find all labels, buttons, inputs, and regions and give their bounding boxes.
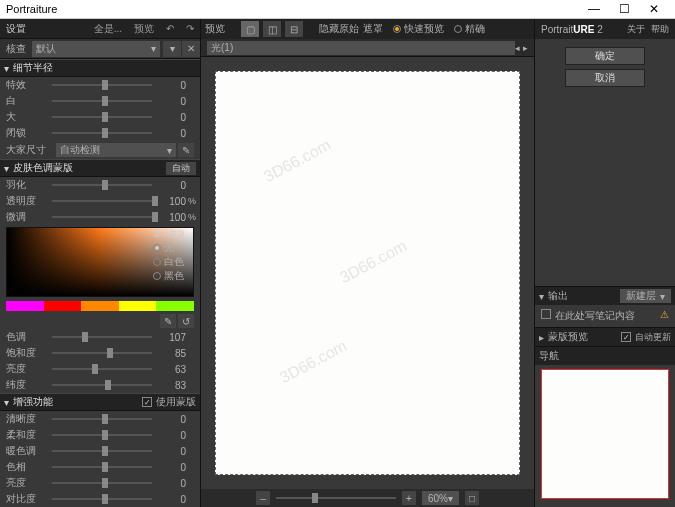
navigator-thumbnail[interactable]: [541, 369, 669, 499]
slider-track[interactable]: [52, 200, 152, 202]
brand-logo: PortraitURE 2: [541, 24, 603, 35]
output-note-row: 在此处写笔记内容 ⚠: [535, 305, 675, 327]
enhance-slider: 对比度0: [0, 491, 200, 507]
skin-slider: 羽化0: [0, 177, 200, 193]
hsl-slider: 饱和度85: [0, 345, 200, 361]
enhance-slider: 柔和度0: [0, 427, 200, 443]
slider-track[interactable]: [52, 450, 152, 452]
settings-panel: 设置 全是... 预览 ↶ ↷ 核查 默认▾ ▾ ✕ ▾ 细节半径 特效0白0大…: [0, 19, 200, 507]
mask-display-radio[interactable]: 无: [153, 241, 191, 255]
chevron-down-icon: ▾: [4, 397, 9, 408]
cancel-button[interactable]: 取消: [565, 69, 645, 87]
slider-track[interactable]: [52, 466, 152, 468]
output-layer-select[interactable]: 新建层▾: [620, 289, 671, 303]
canvas[interactable]: 3D66.com 3D66.com 3D66.com: [201, 57, 534, 489]
zoom-out-icon[interactable]: –: [256, 491, 270, 505]
view-single-icon[interactable]: ▢: [241, 21, 259, 37]
mask-preview-header[interactable]: ▸蒙版预览 自动更新: [535, 328, 675, 346]
hue-bar[interactable]: [6, 301, 194, 311]
about-link[interactable]: 关于: [627, 23, 645, 36]
detail-slider: 特效0: [0, 77, 200, 93]
mask-size-select[interactable]: 自动检测▾: [56, 143, 176, 157]
hsl-slider: 色调107: [0, 329, 200, 345]
chevron-down-icon: ▾: [4, 163, 9, 174]
preview-image: 3D66.com 3D66.com 3D66.com: [215, 71, 520, 475]
zoom-slider[interactable]: [276, 497, 396, 499]
slider-track[interactable]: [52, 336, 152, 338]
layer-path-bar: 光(1) ◂ ▸: [201, 39, 534, 57]
enhance-slider: 色相0: [0, 459, 200, 475]
preview-panel: 预览 ▢ ◫ ⊟ 隐藏原始 遮罩 快速预览 精确 光(1) ◂ ▸ 3D66.c…: [200, 19, 535, 507]
brand-bar: PortraitURE 2 关于 帮助: [535, 19, 675, 39]
slider-track[interactable]: [52, 84, 152, 86]
slider-track[interactable]: [52, 434, 152, 436]
close-button[interactable]: ✕: [639, 2, 669, 16]
skin-section-header[interactable]: ▾ 皮肤色调蒙版 自动: [0, 159, 200, 177]
slider-track[interactable]: [52, 216, 152, 218]
eyedropper-icon[interactable]: ✎: [160, 314, 176, 328]
detail-slider: 大0: [0, 109, 200, 125]
use-mask-checkbox[interactable]: [142, 397, 152, 407]
nav-section-header[interactable]: 导航: [535, 347, 675, 365]
preview-toolbar: 预览 ▢ ◫ ⊟ 隐藏原始 遮罩 快速预览 精确: [201, 19, 534, 39]
detail-slider: 白0: [0, 93, 200, 109]
precise-radio[interactable]: 精确: [454, 22, 485, 36]
preview-button[interactable]: 预览: [128, 22, 160, 36]
zoom-fit-icon[interactable]: □: [465, 491, 479, 505]
hide-original-button[interactable]: 隐藏原始: [319, 22, 359, 36]
reset-all-button[interactable]: 全是...: [88, 22, 128, 36]
help-link[interactable]: 帮助: [651, 23, 669, 36]
fast-preview-radio[interactable]: 快速预览: [393, 22, 444, 36]
detail-section-header[interactable]: ▾ 细节半径: [0, 59, 200, 77]
view-split-v-icon[interactable]: ◫: [263, 21, 281, 37]
preset-delete-icon[interactable]: ✕: [182, 41, 200, 57]
enhance-slider: 暖色调0: [0, 443, 200, 459]
ok-button[interactable]: 确定: [565, 47, 645, 65]
warning-icon: ⚠: [660, 309, 669, 320]
slider-track[interactable]: [52, 384, 152, 386]
slider-track[interactable]: [52, 100, 152, 102]
maximize-button[interactable]: ☐: [609, 2, 639, 16]
preview-title: 预览: [205, 22, 225, 36]
enhance-section-header[interactable]: ▾ 增强功能 使用蒙版: [0, 393, 200, 411]
hsl-slider: 纬度83: [0, 377, 200, 393]
window-title: Portraiture: [6, 3, 579, 15]
view-split-h-icon[interactable]: ⊟: [285, 21, 303, 37]
slider-track[interactable]: [52, 498, 152, 500]
slider-track[interactable]: [52, 352, 152, 354]
mask-size-row: 大家尺寸 自动检测▾ ✎: [0, 141, 200, 159]
mask-display-radio[interactable]: 黑色: [153, 269, 191, 283]
preset-row: 核查 默认▾ ▾ ✕: [0, 39, 200, 59]
zoom-value[interactable]: 60% ▾: [422, 491, 459, 505]
settings-header: 设置 全是... 预览 ↶ ↷: [0, 19, 200, 39]
slider-track[interactable]: [52, 418, 152, 420]
redo-icon[interactable]: ↷: [180, 23, 200, 34]
mask-display-radio[interactable]: 白色: [153, 255, 191, 269]
layer-select[interactable]: 光(1): [207, 41, 515, 55]
zoom-in-icon[interactable]: +: [402, 491, 416, 505]
enhance-slider: 亮度0: [0, 475, 200, 491]
preset-label: 核查: [0, 42, 32, 56]
note-checkbox[interactable]: [541, 309, 551, 319]
slider-track[interactable]: [52, 368, 152, 370]
skin-slider: 透明度100%: [0, 193, 200, 209]
auto-update-checkbox[interactable]: [621, 332, 631, 342]
zoom-bar: – + 60% ▾ □: [201, 489, 534, 507]
reset-icon[interactable]: ↺: [178, 314, 194, 328]
auto-button[interactable]: 自动: [166, 162, 196, 175]
output-section-header[interactable]: ▾输出 新建层▾: [535, 287, 675, 305]
slider-track[interactable]: [52, 116, 152, 118]
slider-track[interactable]: [52, 482, 152, 484]
mask-edit-icon[interactable]: ✎: [178, 143, 194, 157]
slider-track[interactable]: [52, 184, 152, 186]
preset-select[interactable]: 默认▾: [32, 41, 160, 57]
mask-button[interactable]: 遮罩: [363, 22, 383, 36]
chevron-down-icon: ▾: [4, 63, 9, 74]
minimize-button[interactable]: —: [579, 2, 609, 16]
titlebar: Portraiture — ☐ ✕: [0, 0, 675, 19]
preset-save-icon[interactable]: ▾: [163, 41, 181, 57]
undo-icon[interactable]: ↶: [160, 23, 180, 34]
skin-slider: 微调100%: [0, 209, 200, 225]
color-picker[interactable]: 显示蒙版 无白色黑色: [6, 227, 194, 297]
slider-track[interactable]: [52, 132, 152, 134]
